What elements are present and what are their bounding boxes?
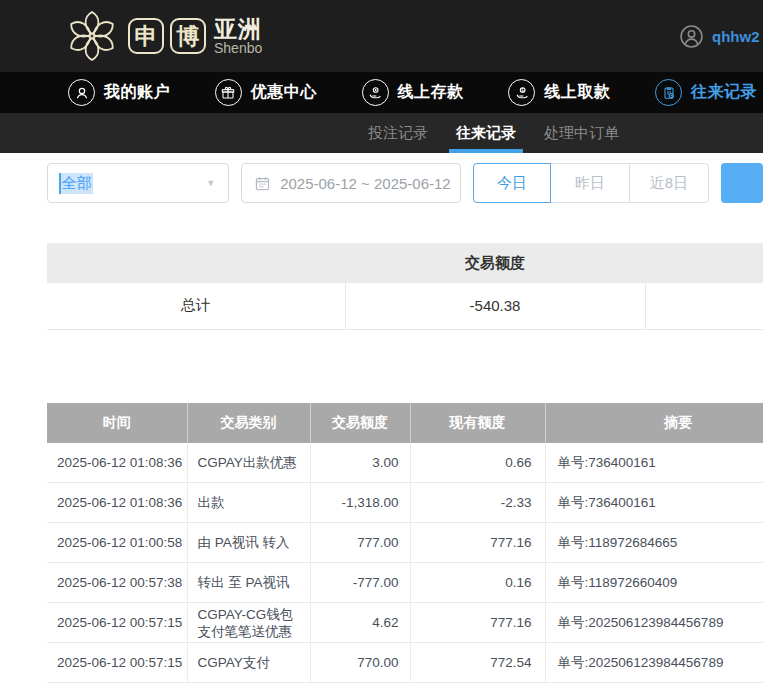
logo-char-box: 申 [128,18,164,54]
flower-logo-icon [66,10,118,62]
nav-item-promotions[interactable]: 优惠中心 [215,79,317,106]
cell-summary: 单号:736400161 [545,443,763,483]
cell-balance: 777.16 [410,603,545,643]
cell-summary: 单号:202506123984456789 [545,643,763,683]
brand-logo[interactable]: 申 博 亚洲 Shenbo [66,10,262,62]
cell-time: 2025-06-12 01:08:36 [47,443,187,483]
cell-amount: 3.00 [310,443,410,483]
today-button[interactable]: 今日 [473,163,551,203]
col-summary: 摘要 [545,403,763,443]
cell-balance: 777.16 [410,523,545,563]
table-row: 2025-06-12 00:57:15 CGPAY-CG钱包支付笔笔送优惠 4.… [47,603,763,643]
withdraw-icon: $ [508,79,535,106]
summary-header-label: 交易额度 [345,243,645,283]
summary-header-blank [47,243,345,283]
date-range-value: 2025-06-12 ~ 2025-06-12 [280,175,451,192]
table-row: 2025-06-12 01:08:36 出款 -1,318.00 -2.33 单… [47,483,763,523]
summary-header-row: 交易额度 [47,243,763,283]
col-time: 时间 [47,403,187,443]
cell-amount: 770.00 [310,643,410,683]
nav-item-withdraw[interactable]: $ 线上取款 [508,79,610,106]
gift-icon [215,79,242,106]
tab-betting-records[interactable]: 投注记录 [368,113,428,153]
nav-label: 线上存款 [398,82,464,103]
cell-time: 2025-06-12 00:57:15 [47,603,187,643]
quick-range-group: 今日 昨日 近8日 [473,163,709,203]
cell-time: 2025-06-12 01:00:58 [47,523,187,563]
brand-text: 亚洲 Shenbo [214,17,262,56]
logo-char-box: 博 [170,18,206,54]
tab-transaction-records[interactable]: 往来记录 [456,113,516,153]
col-balance: 现有额度 [410,403,545,443]
sub-nav: 投注记录 往来记录 处理中订单 [0,113,763,153]
summary-blank-cell [645,283,763,329]
username: qhhw2 [712,28,760,45]
cell-amount: -777.00 [310,563,410,603]
cell-type: 出款 [187,483,310,523]
yesterday-button[interactable]: 昨日 [550,163,630,203]
summary-total-row: 总计 -540.38 [47,283,763,329]
nav-label: 线上取款 [544,82,610,103]
date-range-input[interactable]: 2025-06-12 ~ 2025-06-12 [241,163,461,203]
table-row: 2025-06-12 01:00:58 由 PA视讯 转入 777.00 777… [47,523,763,563]
deposit-icon [362,79,389,106]
user-icon [68,79,95,106]
cell-amount: -1,318.00 [310,483,410,523]
nav-label: 我的账户 [104,82,170,103]
search-button[interactable] [721,163,763,203]
account-icon [679,24,704,49]
cell-summary: 单号:118972684665 [545,523,763,563]
cell-amount: 777.00 [310,523,410,563]
calendar-icon [254,175,271,192]
col-type: 交易类别 [187,403,310,443]
cell-time: 2025-06-12 00:57:38 [47,563,187,603]
col-amount: 交易额度 [310,403,410,443]
transactions-table: 时间 交易类别 交易额度 现有额度 摘要 2025-06-12 01:08:36… [47,403,763,684]
cell-time: 2025-06-12 00:57:15 [47,643,187,683]
cell-balance: 0.66 [410,443,545,483]
table-row: 2025-06-12 00:57:15 CGPAY支付 770.00 772.5… [47,643,763,683]
brand-subtitle: Shenbo [214,41,262,56]
summary-header-blank [645,243,763,283]
cell-time: 2025-06-12 01:08:36 [47,483,187,523]
cell-type: CGPAY出款优惠 [187,443,310,483]
account-menu[interactable]: qhhw2 [679,24,763,49]
type-select[interactable]: 全部 ▼ [47,163,229,203]
summary-total-value: -540.38 [345,283,645,329]
last-8-days-button[interactable]: 近8日 [629,163,709,203]
chevron-down-icon: ▼ [206,178,215,188]
summary-total-label: 总计 [47,283,345,329]
nav-label: 优惠中心 [251,82,317,103]
cell-type: 由 PA视讯 转入 [187,523,310,563]
cell-summary: 单号:118972660409 [545,563,763,603]
table-row: 2025-06-12 00:57:38 转出 至 PA视讯 -777.00 0.… [47,563,763,603]
type-select-value: 全部 [61,173,93,194]
nav-item-my-account[interactable]: 我的账户 [68,79,170,106]
cell-balance: 0.16 [410,563,545,603]
tab-processing-orders[interactable]: 处理中订单 [544,113,619,153]
nav-item-deposit[interactable]: 线上存款 [362,79,464,106]
page: 申 博 亚洲 Shenbo qhhw2 我的账户 [0,0,763,686]
filter-row: 全部 ▼ 2025-06-12 ~ 2025-06-12 今日 昨日 近8日 [47,163,763,203]
cell-summary: 单号:202506123984456789 [545,603,763,643]
records-icon [655,79,682,106]
cell-balance: 772.54 [410,643,545,683]
cell-balance: -2.33 [410,483,545,523]
cell-type: CGPAY支付 [187,643,310,683]
top-header: 申 博 亚洲 Shenbo qhhw2 [0,0,763,72]
summary-table: 交易额度 总计 -540.38 [47,243,763,330]
cell-type: 转出 至 PA视讯 [187,563,310,603]
main-nav: 我的账户 优惠中心 线上存款 [0,72,763,113]
svg-text:$: $ [521,87,524,92]
table-header-row: 时间 交易类别 交易额度 现有额度 摘要 [47,403,763,443]
nav-item-records[interactable]: 往来记录 [655,79,757,106]
brand-region: 亚洲 [214,17,262,41]
nav-label: 往来记录 [691,82,757,103]
cell-summary: 单号:736400161 [545,483,763,523]
table-row: 2025-06-12 01:08:36 CGPAY出款优惠 3.00 0.66 … [47,443,763,483]
cell-type: CGPAY-CG钱包支付笔笔送优惠 [187,603,310,643]
content: 全部 ▼ 2025-06-12 ~ 2025-06-12 今日 昨日 近8日 [0,163,763,683]
cell-amount: 4.62 [310,603,410,643]
